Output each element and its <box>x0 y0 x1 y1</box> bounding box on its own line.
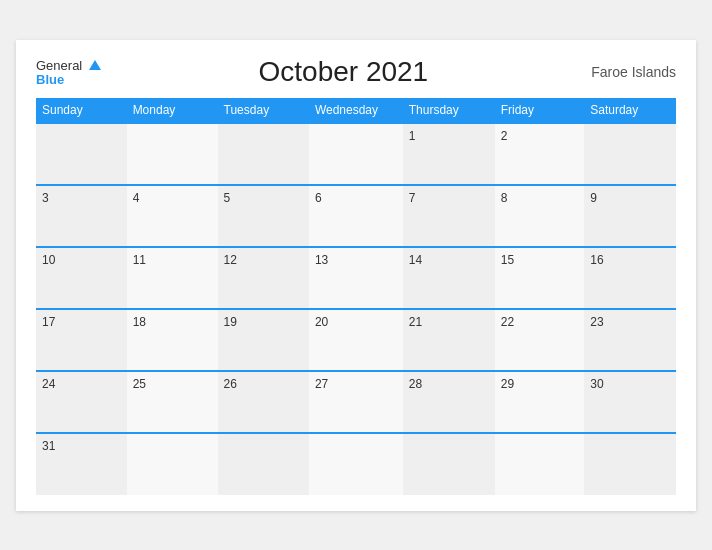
calendar-day-cell: 9 <box>584 185 676 247</box>
calendar-day-cell <box>218 123 309 185</box>
logo-triangle-icon <box>89 60 101 70</box>
calendar-day-cell: 27 <box>309 371 403 433</box>
day-number: 22 <box>501 315 514 329</box>
calendar-day-cell: 24 <box>36 371 127 433</box>
calendar-week-row: 10111213141516 <box>36 247 676 309</box>
day-number: 6 <box>315 191 322 205</box>
logo-general: General <box>36 57 101 73</box>
calendar-header: General Blue October 2021 Faroe Islands <box>36 56 676 88</box>
day-number: 15 <box>501 253 514 267</box>
calendar-container: General Blue October 2021 Faroe Islands … <box>16 40 696 511</box>
day-number: 31 <box>42 439 55 453</box>
calendar-day-cell: 29 <box>495 371 585 433</box>
header-sunday: Sunday <box>36 98 127 123</box>
day-number: 18 <box>133 315 146 329</box>
calendar-day-cell <box>584 433 676 495</box>
day-number: 3 <box>42 191 49 205</box>
calendar-day-cell: 6 <box>309 185 403 247</box>
calendar-day-cell <box>403 433 495 495</box>
calendar-day-cell: 30 <box>584 371 676 433</box>
calendar-day-cell: 19 <box>218 309 309 371</box>
calendar-day-cell <box>127 433 218 495</box>
calendar-week-row: 24252627282930 <box>36 371 676 433</box>
day-number: 4 <box>133 191 140 205</box>
calendar-week-row: 31 <box>36 433 676 495</box>
calendar-day-cell: 2 <box>495 123 585 185</box>
calendar-day-cell: 20 <box>309 309 403 371</box>
calendar-day-cell: 12 <box>218 247 309 309</box>
header-thursday: Thursday <box>403 98 495 123</box>
calendar-day-cell: 21 <box>403 309 495 371</box>
calendar-day-cell <box>36 123 127 185</box>
day-number: 27 <box>315 377 328 391</box>
calendar-day-cell: 14 <box>403 247 495 309</box>
day-number: 1 <box>409 129 416 143</box>
calendar-day-cell: 16 <box>584 247 676 309</box>
calendar-day-cell: 22 <box>495 309 585 371</box>
day-number: 23 <box>590 315 603 329</box>
calendar-day-cell: 8 <box>495 185 585 247</box>
calendar-day-cell: 11 <box>127 247 218 309</box>
day-number: 7 <box>409 191 416 205</box>
calendar-day-cell: 10 <box>36 247 127 309</box>
header-saturday: Saturday <box>584 98 676 123</box>
header-friday: Friday <box>495 98 585 123</box>
day-number: 17 <box>42 315 55 329</box>
calendar-day-cell: 17 <box>36 309 127 371</box>
day-number: 25 <box>133 377 146 391</box>
day-number: 2 <box>501 129 508 143</box>
calendar-day-cell: 7 <box>403 185 495 247</box>
day-number: 16 <box>590 253 603 267</box>
calendar-day-cell: 5 <box>218 185 309 247</box>
calendar-day-cell: 28 <box>403 371 495 433</box>
header-wednesday: Wednesday <box>309 98 403 123</box>
calendar-week-row: 12 <box>36 123 676 185</box>
calendar-region: Faroe Islands <box>586 64 676 80</box>
day-number: 8 <box>501 191 508 205</box>
calendar-day-cell: 25 <box>127 371 218 433</box>
calendar-body: 1234567891011121314151617181920212223242… <box>36 123 676 495</box>
logo-blue-text: Blue <box>36 73 101 86</box>
calendar-day-cell <box>495 433 585 495</box>
calendar-day-cell <box>218 433 309 495</box>
calendar-day-cell: 15 <box>495 247 585 309</box>
day-number: 30 <box>590 377 603 391</box>
weekday-header-row: Sunday Monday Tuesday Wednesday Thursday… <box>36 98 676 123</box>
logo-general-text: General <box>36 58 82 73</box>
day-number: 10 <box>42 253 55 267</box>
calendar-day-cell: 23 <box>584 309 676 371</box>
calendar-day-cell: 26 <box>218 371 309 433</box>
header-tuesday: Tuesday <box>218 98 309 123</box>
day-number: 12 <box>224 253 237 267</box>
day-number: 20 <box>315 315 328 329</box>
calendar-title: October 2021 <box>101 56 586 88</box>
calendar-day-cell: 18 <box>127 309 218 371</box>
calendar-day-cell: 13 <box>309 247 403 309</box>
day-number: 9 <box>590 191 597 205</box>
day-number: 24 <box>42 377 55 391</box>
day-number: 19 <box>224 315 237 329</box>
calendar-day-cell <box>309 433 403 495</box>
day-number: 11 <box>133 253 146 267</box>
calendar-day-cell: 31 <box>36 433 127 495</box>
calendar-day-cell: 1 <box>403 123 495 185</box>
day-number: 26 <box>224 377 237 391</box>
calendar-grid: Sunday Monday Tuesday Wednesday Thursday… <box>36 98 676 495</box>
calendar-week-row: 17181920212223 <box>36 309 676 371</box>
calendar-day-cell <box>127 123 218 185</box>
calendar-day-cell: 3 <box>36 185 127 247</box>
day-number: 14 <box>409 253 422 267</box>
day-number: 29 <box>501 377 514 391</box>
day-number: 21 <box>409 315 422 329</box>
calendar-day-cell <box>584 123 676 185</box>
logo: General Blue <box>36 57 101 86</box>
day-number: 5 <box>224 191 231 205</box>
calendar-day-cell <box>309 123 403 185</box>
header-monday: Monday <box>127 98 218 123</box>
day-number: 28 <box>409 377 422 391</box>
calendar-week-row: 3456789 <box>36 185 676 247</box>
day-number: 13 <box>315 253 328 267</box>
calendar-day-cell: 4 <box>127 185 218 247</box>
